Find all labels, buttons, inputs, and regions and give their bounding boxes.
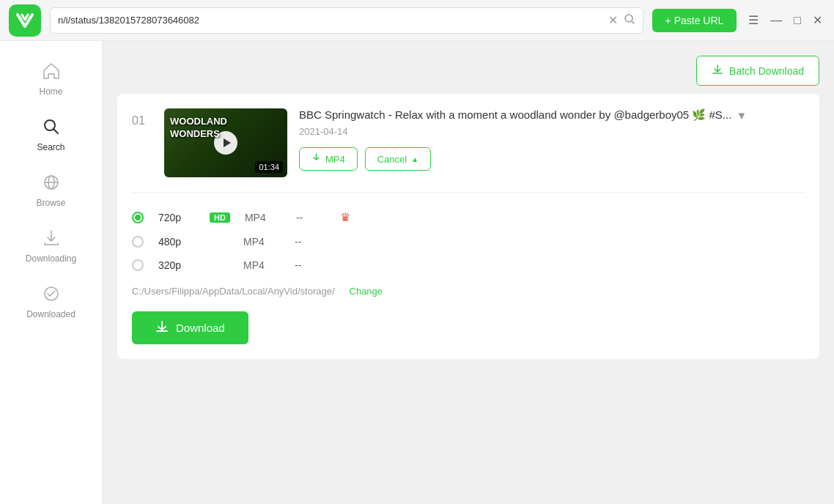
menu-icon[interactable]: ☰ <box>745 10 761 30</box>
quality-row-480p: 480p MP4 -- <box>132 230 805 253</box>
home-icon <box>42 62 61 84</box>
download-button[interactable]: Download <box>132 311 248 344</box>
main-layout: Home Search Browse <box>0 41 834 504</box>
sidebar-item-search[interactable]: Search <box>7 108 95 161</box>
sidebar-home-label: Home <box>39 86 62 97</box>
video-date: 2021-04-14 <box>299 126 805 137</box>
svg-line-1 <box>632 21 634 23</box>
size-720p: -- <box>296 212 325 223</box>
sidebar-downloading-label: Downloading <box>26 253 76 264</box>
cancel-label: Cancel <box>377 154 407 165</box>
video-header: 01 WOODLANDWONDERS 01:34 BBC Springwatch… <box>132 108 805 177</box>
sidebar-item-browse[interactable]: Browse <box>7 164 95 217</box>
quality-section: 720p HD MP4 -- ♛ 480p MP4 -- 320p <box>132 192 805 344</box>
sidebar-item-downloaded[interactable]: Downloaded <box>7 275 95 328</box>
download-icon <box>712 64 723 78</box>
titlebar: n/i/status/1382015728073646082 ✕ + Paste… <box>0 0 834 41</box>
downloaded-icon <box>42 284 61 306</box>
video-info: BBC Springwatch - Relax with a moment a … <box>299 108 805 171</box>
sidebar-downloaded-label: Downloaded <box>26 309 75 319</box>
sidebar-search-label: Search <box>37 142 64 152</box>
url-bar: n/i/status/1382015728073646082 ✕ <box>50 7 643 34</box>
change-path-button[interactable]: Change <box>350 286 383 297</box>
crown-icon: ♛ <box>340 210 350 224</box>
quality-720p-label: 720p <box>158 212 195 223</box>
quality-row-720p: 720p HD MP4 -- ♛ <box>132 204 805 230</box>
batch-download-label: Batch Download <box>729 65 804 77</box>
content-area: Batch Download 01 WOODLANDWONDERS 01:34 … <box>103 41 834 504</box>
radio-480p[interactable] <box>132 236 144 248</box>
video-index: 01 <box>132 108 152 127</box>
video-card: 01 WOODLANDWONDERS 01:34 BBC Springwatch… <box>117 94 819 359</box>
sidebar: Home Search Browse <box>0 41 103 504</box>
video-thumbnail[interactable]: WOODLANDWONDERS 01:34 <box>164 108 287 177</box>
radio-720p[interactable] <box>132 212 144 223</box>
thumb-text: WOODLANDWONDERS <box>170 116 227 141</box>
paste-url-button[interactable]: + Paste URL <box>652 9 737 32</box>
file-path-row: C:/Users/Filippa/AppData/Local/AnyVid/st… <box>132 286 805 297</box>
video-actions: MP4 Cancel ▲ <box>299 147 805 171</box>
format-320p: MP4 <box>243 259 280 271</box>
file-path-text: C:/Users/Filippa/AppData/Local/AnyVid/st… <box>132 286 335 297</box>
svg-line-3 <box>53 130 58 134</box>
close-button[interactable]: ✕ <box>810 10 825 30</box>
downloading-icon <box>42 229 61 251</box>
title-expand-icon[interactable]: ▼ <box>736 109 747 122</box>
sidebar-browse-label: Browse <box>36 198 65 208</box>
download-btn-icon <box>155 320 169 336</box>
quality-row-320p: 320p MP4 -- <box>132 253 805 277</box>
sidebar-item-home[interactable]: Home <box>7 53 95 105</box>
app-logo <box>9 4 41 37</box>
size-320p: -- <box>295 259 324 271</box>
mp4-format-button[interactable]: MP4 <box>299 147 358 171</box>
format-480p: MP4 <box>243 236 280 248</box>
quality-480p-label: 480p <box>158 236 195 248</box>
sidebar-item-downloading[interactable]: Downloading <box>7 220 95 273</box>
video-duration: 01:34 <box>255 161 283 173</box>
cancel-button[interactable]: Cancel ▲ <box>365 147 431 171</box>
browse-icon <box>42 173 61 195</box>
download-btn-label: Download <box>176 322 225 334</box>
maximize-button[interactable]: □ <box>791 11 804 30</box>
url-text: n/i/status/1382015728073646082 <box>58 15 602 26</box>
size-480p: -- <box>295 236 324 248</box>
search-icon <box>42 117 61 139</box>
quality-320p-label: 320p <box>158 259 195 271</box>
radio-320p[interactable] <box>132 259 144 271</box>
cancel-expand-icon: ▲ <box>411 155 418 163</box>
url-search-icon <box>624 13 635 28</box>
window-controls: ☰ — □ ✕ <box>745 10 825 30</box>
batch-download-button[interactable]: Batch Download <box>696 56 819 86</box>
download-small-icon <box>311 153 321 165</box>
url-clear-icon[interactable]: ✕ <box>608 15 618 26</box>
mp4-label: MP4 <box>325 154 345 165</box>
format-720p: MP4 <box>245 212 281 223</box>
minimize-button[interactable]: — <box>767 11 785 30</box>
video-title: BBC Springwatch - Relax with a moment a … <box>299 108 805 122</box>
hd-badge: HD <box>210 212 230 223</box>
